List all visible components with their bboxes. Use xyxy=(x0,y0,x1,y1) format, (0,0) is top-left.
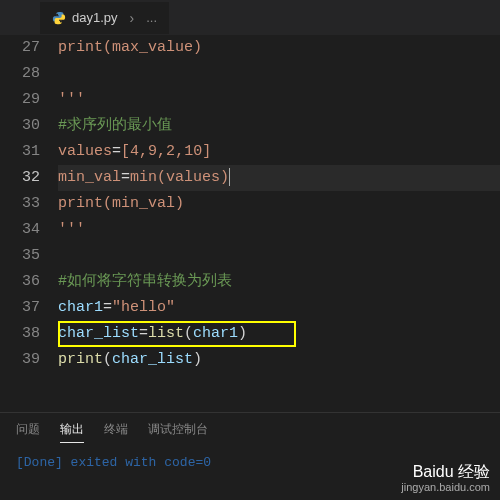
code-line: char1="hello" xyxy=(58,295,500,321)
code-line: print(char_list) xyxy=(58,347,500,373)
line-number: 39 xyxy=(0,347,40,373)
line-number: 34 xyxy=(0,217,40,243)
line-number-gutter: 27 28 29 30 31 32 33 34 35 36 37 38 39 xyxy=(0,35,58,373)
panel-tab-problems[interactable]: 问题 xyxy=(16,421,40,443)
text-cursor xyxy=(229,168,230,186)
line-number: 30 xyxy=(0,113,40,139)
line-number: 36 xyxy=(0,269,40,295)
line-number: 38 xyxy=(0,321,40,347)
line-number: 29 xyxy=(0,87,40,113)
breadcrumb-more: ... xyxy=(146,10,157,25)
watermark-brand: Baidu 经验 xyxy=(401,462,490,481)
panel-tab-debug[interactable]: 调试控制台 xyxy=(148,421,208,443)
line-number: 32 xyxy=(0,165,40,191)
panel-tab-terminal[interactable]: 终端 xyxy=(104,421,128,443)
code-line: ''' xyxy=(58,217,500,243)
code-line: min_val=min(values) xyxy=(58,165,500,191)
breadcrumb-separator: › xyxy=(124,10,141,26)
watermark: Baidu 经验 jingyan.baidu.com xyxy=(401,462,490,494)
tab-filename: day1.py xyxy=(72,10,118,25)
file-tab[interactable]: day1.py › ... xyxy=(40,2,169,34)
line-number: 37 xyxy=(0,295,40,321)
line-number: 27 xyxy=(0,35,40,61)
line-number: 28 xyxy=(0,61,40,87)
panel-tab-output[interactable]: 输出 xyxy=(60,421,84,443)
code-editor[interactable]: 27 28 29 30 31 32 33 34 35 36 37 38 39 p… xyxy=(0,35,500,373)
code-line: print(min_val) xyxy=(58,191,500,217)
code-line xyxy=(58,243,500,269)
line-number: 31 xyxy=(0,139,40,165)
code-line: ''' xyxy=(58,87,500,113)
watermark-url: jingyan.baidu.com xyxy=(401,481,490,494)
tab-bar: day1.py › ... xyxy=(0,0,500,35)
code-line: #如何将字符串转换为列表 xyxy=(58,269,500,295)
code-line: values=[4,9,2,10] xyxy=(58,139,500,165)
code-line: char_list=list(char1) xyxy=(58,321,500,347)
panel-tabs: 问题 输出 终端 调试控制台 xyxy=(0,413,500,451)
code-line: #求序列的最小值 xyxy=(58,113,500,139)
python-icon xyxy=(52,11,66,25)
line-number: 33 xyxy=(0,191,40,217)
code-line xyxy=(58,61,500,87)
line-number: 35 xyxy=(0,243,40,269)
code-area[interactable]: print(max_value) ''' #求序列的最小值 values=[4,… xyxy=(58,35,500,373)
code-line: print(max_value) xyxy=(58,35,500,61)
